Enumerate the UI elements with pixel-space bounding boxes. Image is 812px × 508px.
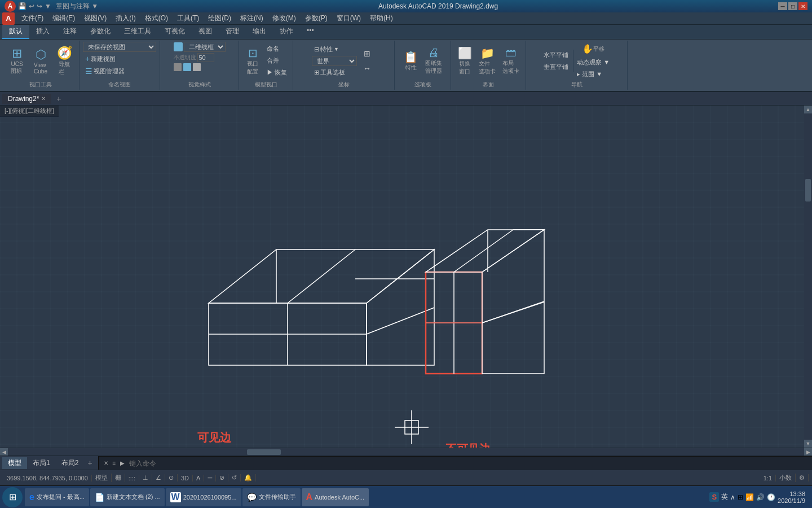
swatch3[interactable] — [193, 63, 201, 71]
swatch1[interactable] — [174, 63, 182, 71]
coord-list-btn[interactable]: ⊟特性▼ — [312, 44, 357, 55]
pan-btn[interactable]: ✋ 平移 — [575, 42, 612, 56]
scroll-left-arrow[interactable]: ◀ — [0, 448, 8, 456]
menu-window[interactable]: 窗口(W) — [332, 12, 365, 24]
scroll-down-arrow[interactable]: ▼ — [804, 440, 812, 448]
menu-insert[interactable]: 插入(I) — [111, 12, 140, 24]
tray-network[interactable]: 📶 — [745, 493, 754, 501]
menu-params[interactable]: 参数(P) — [301, 12, 332, 24]
scroll-thumb-right[interactable] — [805, 179, 811, 202]
menu-tools[interactable]: 工具(T) — [173, 12, 204, 24]
scroll-thumb-bottom[interactable] — [247, 449, 281, 455]
navbar-btn[interactable]: 🧭 导航栏 — [53, 44, 76, 78]
tab-visualize[interactable]: 可视化 — [158, 25, 192, 39]
menu-edit[interactable]: 编辑(E) — [48, 12, 80, 24]
taskbar-wechat[interactable]: 💬 文件传输助手 — [242, 488, 301, 506]
dynamic-observe-btn[interactable]: 动态观察 ▼ — [575, 57, 612, 68]
menu-file[interactable]: 文件(F) — [17, 12, 48, 24]
taskbar-autocad[interactable]: A Autodesk AutoC... — [302, 488, 369, 506]
grid-toggle[interactable]: 栅 — [112, 474, 125, 482]
settings-btn[interactable]: ⚙ — [796, 474, 809, 481]
tray-volume[interactable]: 🔊 — [756, 493, 765, 501]
properties-btn[interactable]: 📋 特性 — [401, 47, 421, 75]
quick-redo[interactable]: ↪ — [37, 2, 42, 10]
file-tab-btn[interactable]: 📁 文件选项卡 — [476, 45, 498, 77]
ortho-toggle[interactable]: ⊥ — [139, 474, 152, 481]
tab-view[interactable]: 视图 — [192, 25, 219, 39]
annotation-toggle[interactable]: A — [193, 475, 204, 481]
snap-toggle[interactable]: :::: — [125, 475, 139, 481]
view-grid-btn[interactable]: ⊞ — [359, 47, 376, 60]
menu-view[interactable]: 视图(V) — [80, 12, 111, 24]
taskbar-notepad[interactable]: 📄 新建文本文档 (2) ... — [90, 488, 165, 506]
visual-style-dropdown[interactable]: 二维线框 — [184, 42, 226, 52]
restore-btn[interactable]: ▶ 恢复 — [264, 67, 289, 78]
object-snap-toggle[interactable]: ⊙ — [165, 474, 178, 481]
doc-tab-drawing2[interactable]: Drawing2* ✕ — [2, 94, 52, 104]
tab-parametric[interactable]: 参数化 — [83, 25, 117, 39]
plot-manager-btn[interactable]: 🖨 图纸集管理器 — [422, 45, 445, 77]
tray-grid[interactable]: ⊞ — [738, 493, 743, 501]
tab-annotate[interactable]: 注释 — [56, 25, 83, 39]
scroll-right-arrow[interactable]: ▶ — [804, 448, 812, 456]
opacity-input[interactable] — [197, 53, 214, 62]
tray-lang[interactable]: 英 — [721, 492, 728, 502]
menu-format[interactable]: 格式(O) — [140, 12, 173, 24]
start-button[interactable]: ⊞ — [2, 487, 23, 507]
tab-collab[interactable]: 协作 — [273, 25, 300, 39]
tab-insert[interactable]: 插入 — [29, 25, 56, 39]
new-doc-button[interactable]: + — [52, 93, 65, 104]
layout-tab-2[interactable]: 布局2 — [56, 457, 85, 469]
maximize-button[interactable]: □ — [788, 2, 797, 10]
saved-views-dropdown[interactable]: 未保存的视图 — [83, 42, 156, 52]
transparent-toggle[interactable]: ⊘ — [216, 474, 228, 481]
drawing-area[interactable]: X Y 可见边 不可见边 — [0, 106, 804, 448]
precision-display[interactable]: 小数 — [776, 474, 796, 482]
polar-toggle[interactable]: ∠ — [152, 474, 165, 481]
tab-3dtools[interactable]: 三维工具 — [117, 25, 158, 39]
menu-modify[interactable]: 修改(M) — [268, 12, 301, 24]
layout-btn[interactable]: 🗃 布局选项卡 — [500, 45, 522, 77]
tray-expand[interactable]: ∧ — [730, 493, 735, 501]
tab-more[interactable]: ••• — [300, 25, 321, 39]
tab-output[interactable]: 输出 — [246, 25, 273, 39]
minimize-button[interactable]: ─ — [778, 2, 787, 10]
ucs-icon-btn[interactable]: ⊞ UCS图标 — [6, 45, 28, 77]
layout-tab-add[interactable]: + — [84, 457, 95, 468]
cmd-arrow-btn[interactable]: ▶ — [118, 460, 127, 466]
scale-display[interactable]: 1:1 — [760, 475, 776, 481]
menu-draw[interactable]: 绘图(D) — [204, 12, 236, 24]
tab-manage[interactable]: 管理 — [219, 25, 246, 39]
swatch2[interactable] — [183, 63, 191, 71]
taskbar-ie[interactable]: e 发布提问 - 最高... — [25, 488, 89, 506]
coord-tools-btn[interactable]: ⊞工具选板 — [312, 67, 357, 78]
vert-pan-btn[interactable]: 垂直平铺 — [541, 62, 571, 72]
name-btn[interactable]: 命名 — [264, 43, 289, 54]
switch-window-btn[interactable]: ⬜ 切换窗口 — [454, 45, 475, 77]
close-button[interactable]: ✕ — [798, 2, 807, 10]
menu-help[interactable]: 帮助(H) — [365, 12, 398, 24]
lineweight-toggle[interactable]: ═ — [204, 475, 216, 481]
scroll-up-arrow[interactable]: ▲ — [804, 106, 812, 113]
view-manager-btn[interactable]: ☰ 视图管理器 — [83, 65, 127, 77]
horiz-pan-btn[interactable]: 水平平铺 — [541, 50, 571, 60]
3dsnap-toggle[interactable]: 3D — [178, 475, 193, 481]
cmd-menu-btn[interactable]: ≡ — [111, 459, 118, 467]
layout-tab-model[interactable]: 模型 — [2, 457, 27, 469]
cmd-close-btn[interactable]: ✕ — [102, 459, 111, 467]
quick-save[interactable]: 💾 — [18, 2, 27, 10]
command-input[interactable] — [127, 459, 810, 467]
annotation-monitor[interactable]: 🔔 — [241, 474, 256, 481]
merge-btn[interactable]: 合并 — [264, 55, 289, 66]
tray-time-icon[interactable]: 🕐 — [767, 493, 775, 501]
layout-tab-1[interactable]: 布局1 — [27, 457, 56, 469]
selection-cycle[interactable]: ↺ — [228, 474, 241, 481]
app-icon[interactable]: A — [2, 12, 15, 25]
viewport-config-btn[interactable]: ⊡ 视口配置 — [242, 45, 263, 77]
doc-tab-close[interactable]: ✕ — [41, 95, 46, 102]
menu-dimension[interactable]: 标注(N) — [236, 12, 268, 24]
move-icon-btn[interactable]: ↔ — [359, 62, 376, 75]
tab-default[interactable]: 默认 — [2, 25, 29, 39]
new-view-btn[interactable]: + 新建视图 — [83, 53, 118, 64]
model-mode[interactable]: 模型 — [92, 474, 112, 482]
